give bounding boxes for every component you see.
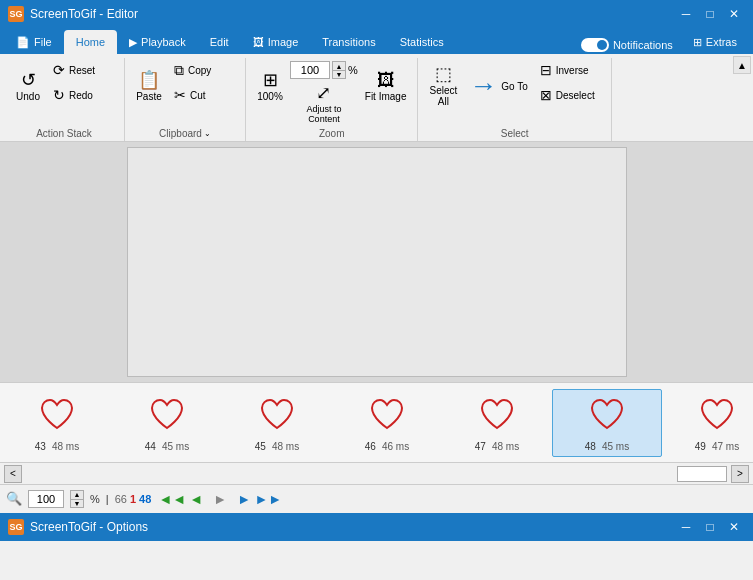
reset-button[interactable]: ⟳ Reset [48,58,118,82]
notifications-label: Notifications [613,39,673,51]
deselect-label: Deselect [556,90,595,101]
frame-45[interactable]: 45 48 ms [222,390,332,456]
strip-navigation: < > [0,462,753,484]
options-title: ScreenToGif - Options [30,520,148,534]
canvas-area [0,142,753,382]
options-title-bar: SG ScreenToGif - Options ─ □ ✕ [0,513,753,541]
bottom-zoom-input[interactable] [28,490,64,508]
ribbon-group-zoom: ⊞ 100% ▲ ▼ % ⤢ Adjust toContent [246,58,418,141]
goto-label: Go To [501,81,528,92]
bottom-zoom-up[interactable]: ▲ [70,490,84,499]
frame-43-num: 43 [35,441,46,452]
frame-44[interactable]: 44 45 ms [112,390,222,456]
ribbon-collapse-button[interactable]: ▲ [733,56,751,74]
frame-47-info: 47 48 ms [475,441,519,452]
clipboard-expand-icon[interactable]: ⌄ [204,129,211,138]
frame-position-input[interactable] [677,466,727,482]
nav-last-button[interactable]: ►► [257,488,279,510]
ribbon-group-clipboard: 📋 Paste ⧉ Copy ✂ Cut Clipboard ⌄ [125,58,246,141]
zoom-input[interactable] [290,61,330,79]
frame-48-heart [587,394,627,439]
deselect-button[interactable]: ⊠ Deselect [535,83,605,107]
clipboard-group-label: Clipboard [159,126,202,141]
frame-49-info: 49 47 ms [695,441,739,452]
undo-label: Undo [16,91,40,102]
copy-button[interactable]: ⧉ Copy [169,58,239,82]
select-all-label: SelectAll [429,85,457,107]
nav-next-button[interactable]: ► [233,488,255,510]
cut-icon: ✂ [174,87,186,103]
nav-prev-button[interactable]: ◄ [185,488,207,510]
tab-playback[interactable]: ▶ Playback [117,30,198,54]
cut-label: Cut [190,90,206,101]
tab-home[interactable]: Home [64,30,117,54]
total-frames: 66 [115,493,127,505]
strip-prev-button[interactable]: < [4,465,22,483]
bottom-zoom-stepper: ▲ ▼ [70,490,84,508]
goto-button[interactable]: → Go To [464,58,533,114]
minimize-button[interactable]: ─ [675,3,697,25]
frame-43-heart [37,394,77,439]
undo-icon: ↺ [21,71,36,89]
copy-label: Copy [188,65,211,76]
ribbon: ↺ Undo ⟳ Reset ↻ Redo Action Stack 📋 [0,54,753,142]
frame-49-heart [697,394,737,439]
adjust-icon: ⤢ [316,84,331,102]
ribbon-items-select: ⬚ SelectAll → Go To ⊟ Inverse ⊠ Deselect [424,58,604,126]
copy-icon: ⧉ [174,62,184,79]
app-title: ScreenToGif - Editor [30,7,138,21]
frame-47[interactable]: 47 48 ms [442,390,552,456]
undo-button[interactable]: ↺ Undo [10,58,46,114]
redo-label: Redo [69,90,93,101]
tab-statistics[interactable]: Statistics [388,30,456,54]
cut-button[interactable]: ✂ Cut [169,83,239,107]
nav-first-button[interactable]: ◄◄ [161,488,183,510]
zoom-step-up[interactable]: ▲ [332,61,346,70]
redo-icon: ↻ [53,87,65,103]
paste-button[interactable]: 📋 Paste [131,58,167,114]
tab-image[interactable]: 🖼 Image [241,30,311,54]
zoom-reset-button[interactable]: ⊞ 100% [252,58,288,114]
frame-46[interactable]: 46 46 ms [332,390,442,456]
frame-49[interactable]: 49 47 ms [662,390,753,456]
current-frame: 48 [139,493,151,505]
inverse-button[interactable]: ⊟ Inverse [535,58,605,82]
frame-43-info: 43 48 ms [35,441,79,452]
redo-button[interactable]: ↻ Redo [48,83,118,107]
selected-count: 1 [130,493,136,505]
frame-48-info: 48 45 ms [585,441,629,452]
notifications-toggle[interactable]: Notifications [575,36,679,54]
notifications-toggle-box[interactable] [581,38,609,52]
zoom-step-down[interactable]: ▼ [332,70,346,79]
window-controls: ─ □ ✕ [675,3,745,25]
inverse-label: Inverse [556,65,589,76]
select-all-icon: ⬚ [435,65,452,83]
select-all-button[interactable]: ⬚ SelectAll [424,58,462,114]
frame-43[interactable]: 43 48 ms [2,390,112,456]
nav-play-button[interactable]: ► [209,488,231,510]
image-icon: 🖼 [253,36,264,48]
frame-48[interactable]: 48 45 ms [552,389,662,457]
options-close-button[interactable]: ✕ [723,516,745,538]
fit-image-button[interactable]: 🖼 Fit Image [360,58,412,114]
bottom-zoom-down[interactable]: ▼ [70,499,84,508]
tab-file[interactable]: 📄 File [4,30,64,54]
clipboard-col: ⧉ Copy ✂ Cut [169,58,239,107]
close-button[interactable]: ✕ [723,3,745,25]
bottom-percent: % [90,493,100,505]
adjust-content-button[interactable]: ⤢ Adjust toContent [302,82,345,126]
tab-edit[interactable]: Edit [198,30,241,54]
action-stack-col: ⟳ Reset ↻ Redo [48,58,118,107]
maximize-button[interactable]: □ [699,3,721,25]
strip-next-button[interactable]: > [731,465,749,483]
options-window-controls: ─ □ ✕ [675,516,745,538]
tab-extras[interactable]: ⊞ Extras [681,30,749,54]
tab-transitions[interactable]: Transitions [310,30,387,54]
adjust-label: Adjust toContent [306,104,341,124]
bottom-frame-counts: 66 1 48 [115,493,152,505]
bottom-toolbar: 🔍 ▲ ▼ % | 66 1 48 ◄◄ ◄ ► ► ►► [0,484,753,512]
options-maximize-button[interactable]: □ [699,516,721,538]
select-col: ⊟ Inverse ⊠ Deselect [535,58,605,107]
playback-icon: ▶ [129,36,137,49]
options-minimize-button[interactable]: ─ [675,516,697,538]
